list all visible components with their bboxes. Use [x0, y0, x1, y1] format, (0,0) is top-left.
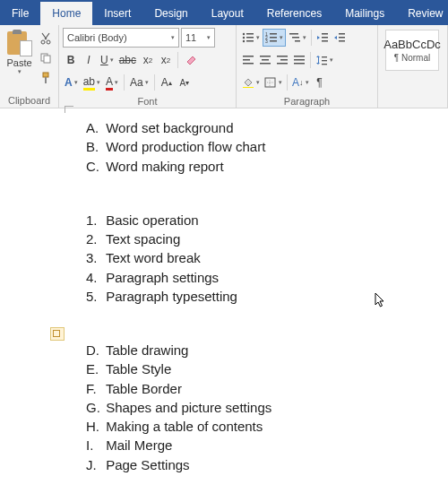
tab-mailings[interactable]: Mailings [333, 2, 396, 25]
svg-rect-38 [294, 63, 305, 65]
document-area[interactable]: A. Word set backgroundB. Word production… [0, 108, 448, 502]
list-item-label: D. [86, 342, 102, 359]
svg-rect-5 [45, 77, 47, 83]
italic-button[interactable]: I [81, 51, 97, 69]
paintbrush-icon [39, 72, 52, 84]
align-right-icon [276, 55, 289, 65]
cut-button[interactable] [37, 30, 55, 48]
line-spacing-button[interactable] [314, 51, 335, 69]
list-item[interactable]: A. Word set background [86, 119, 448, 137]
list-item[interactable]: H. Making a table of contents [86, 418, 448, 436]
decrease-indent-button[interactable] [314, 29, 331, 47]
svg-rect-31 [262, 59, 269, 61]
svg-rect-30 [260, 56, 271, 57]
strikethrough-button[interactable]: abc [117, 51, 138, 69]
font-color-button[interactable]: A [104, 74, 120, 91]
svg-rect-42 [322, 64, 327, 65]
list-item[interactable]: 3. Text word break [86, 249, 448, 267]
list-item[interactable]: 4. Paragraph settings [86, 269, 448, 287]
list-item[interactable]: I. Mail Merge [86, 437, 448, 454]
group-paragraph: 123 A↓ [237, 25, 378, 108]
shading-button[interactable] [240, 74, 262, 91]
shrink-font-button[interactable]: A▾ [177, 74, 193, 91]
list-item[interactable]: 5. Paragraph typesetting [86, 288, 448, 306]
list-item-label: H. [86, 418, 102, 436]
tab-insert[interactable]: Insert [92, 2, 142, 25]
sort-button[interactable]: A↓ [290, 74, 311, 91]
svg-point-1 [47, 40, 50, 44]
svg-rect-24 [339, 33, 345, 35]
copy-button[interactable] [37, 49, 55, 67]
svg-rect-18 [289, 33, 298, 35]
list-item[interactable]: C. Word making report [86, 158, 448, 176]
grow-font-button[interactable]: A▴ [159, 74, 175, 91]
svg-rect-9 [246, 37, 254, 39]
svg-rect-29 [243, 63, 254, 65]
group-clipboard: Paste ▾ Clipboard [0, 25, 59, 108]
paste-icon [7, 30, 32, 56]
chevron-down-icon: ▾ [171, 34, 175, 41]
svg-rect-23 [322, 40, 328, 42]
list-item[interactable]: G. Shapes and picture settings [86, 399, 448, 417]
subscript-button[interactable]: x2 [140, 51, 156, 69]
text-effects-button[interactable]: A [63, 74, 80, 91]
highlight-button[interactable]: ab [82, 74, 102, 91]
bold-button[interactable]: B [63, 51, 79, 69]
borders-button[interactable] [263, 74, 284, 91]
svg-rect-39 [318, 57, 319, 63]
list-item-text: Making a table of contents [102, 419, 263, 434]
track-change-marker-icon[interactable] [50, 327, 65, 341]
svg-rect-27 [243, 56, 254, 57]
list-item-text: Word production flow chart [102, 139, 265, 154]
style-normal[interactable]: AaBbCcDc ¶ Normal [385, 30, 439, 71]
change-case-button[interactable]: Aa [128, 74, 151, 91]
tab-review[interactable]: Review [396, 2, 448, 25]
tab-home[interactable]: Home [40, 2, 92, 25]
mouse-cursor-icon [375, 292, 387, 308]
tab-file[interactable]: File [0, 2, 40, 25]
bullets-button[interactable] [240, 29, 262, 47]
numbering-button[interactable]: 123 [263, 29, 286, 47]
tab-references[interactable]: References [255, 2, 333, 25]
paste-button[interactable]: Paste ▾ [4, 28, 35, 91]
document-content[interactable]: A. Word set backgroundB. Word production… [73, 119, 448, 474]
clear-formatting-button[interactable] [182, 51, 200, 69]
list-item[interactable]: 1. Basic operation [86, 212, 448, 229]
list-item-label: C. [86, 158, 102, 176]
eraser-icon [184, 53, 198, 67]
multilevel-icon [289, 32, 301, 43]
svg-rect-11 [246, 40, 254, 42]
svg-rect-28 [243, 59, 250, 61]
list-item-text: Text word break [102, 250, 201, 265]
tab-layout[interactable]: Layout [200, 2, 255, 25]
align-center-button[interactable] [257, 51, 273, 69]
underline-button[interactable]: U [99, 51, 116, 69]
font-size-combo[interactable]: 11 ▾ [181, 28, 215, 48]
format-painter-button[interactable] [37, 69, 55, 87]
align-center-icon [259, 55, 271, 65]
ribbon-tabs: File Home Insert Design Layout Reference… [0, 2, 448, 25]
list-item[interactable]: J. Page Settings [86, 456, 448, 474]
svg-rect-19 [292, 37, 299, 39]
group-clipboard-label: Clipboard [0, 94, 58, 108]
increase-indent-button[interactable] [332, 29, 348, 47]
list-item[interactable]: D. Table drawing [86, 342, 448, 359]
ordered-list-a: A. Word set backgroundB. Word production… [86, 119, 448, 176]
ruler-indent-marker[interactable] [65, 106, 73, 113]
justify-button[interactable] [291, 51, 307, 69]
font-name-combo[interactable]: Calibri (Body) ▾ [63, 28, 179, 48]
list-item-label: 4. [86, 269, 102, 287]
tab-design[interactable]: Design [142, 2, 199, 25]
style-name-text: ¶ Normal [394, 53, 430, 63]
svg-rect-20 [295, 40, 300, 42]
list-item[interactable]: 2. Text spacing [86, 230, 448, 248]
superscript-button[interactable]: x2 [158, 51, 174, 69]
list-item[interactable]: F. Table Border [86, 380, 448, 398]
align-left-button[interactable] [240, 51, 256, 69]
list-item[interactable]: E. Table Style [86, 360, 448, 378]
svg-rect-41 [322, 60, 327, 61]
align-right-button[interactable] [274, 51, 290, 69]
show-hide-button[interactable]: ¶ [312, 74, 328, 91]
multilevel-list-button[interactable] [287, 29, 308, 47]
list-item[interactable]: B. Word production flow chart [86, 138, 448, 156]
